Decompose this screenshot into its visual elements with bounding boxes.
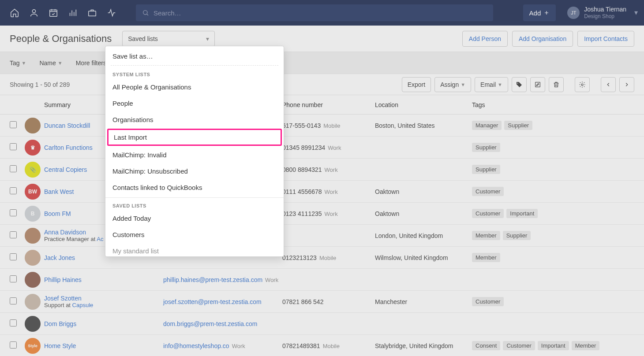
phone-number: 0111 4556678 <box>282 188 322 195</box>
row-checkbox[interactable] <box>10 187 17 194</box>
email-button[interactable]: Email▼ <box>475 77 508 92</box>
nav-icons <box>6 4 120 21</box>
export-button[interactable]: Export <box>402 77 431 92</box>
row-checkbox[interactable] <box>10 341 17 349</box>
contact-name[interactable]: Jack Jones <box>44 254 75 261</box>
email-type: Work <box>265 277 278 283</box>
contact-name[interactable]: Phillip Haines <box>44 276 82 283</box>
tag-badge[interactable]: Customer <box>472 209 504 218</box>
search-input[interactable]: Search… <box>136 4 493 21</box>
row-checkbox[interactable] <box>10 253 17 260</box>
edit-button[interactable] <box>530 77 545 92</box>
saved-lists-select[interactable]: Saved lists ▾ <box>122 31 215 47</box>
assign-button[interactable]: Assign▼ <box>434 77 471 92</box>
user-menu[interactable]: JT Joshua Tiernan Design Shop ▾ <box>567 6 638 19</box>
dropdown-item[interactable]: My standard list <box>105 243 284 256</box>
topbar: Search… Add JT Joshua Tiernan Design Sho… <box>0 0 644 26</box>
org-link[interactable]: Ac <box>97 236 103 242</box>
tag-badge[interactable]: Supplier <box>504 121 532 130</box>
dropdown-item[interactable]: MailChimp: Unsubscribed <box>105 163 284 179</box>
caret-down-icon: ▾ <box>206 35 209 42</box>
tag-badge[interactable]: Manager <box>472 121 502 130</box>
row-checkbox[interactable] <box>10 209 17 216</box>
email-link[interactable]: dom.briggs@prem-test.zestia.com <box>163 320 257 327</box>
chart-icon[interactable] <box>64 4 81 21</box>
contact-name[interactable]: Anna Davidson <box>44 229 86 236</box>
svg-point-4 <box>517 82 518 83</box>
row-checkbox[interactable] <box>10 319 17 326</box>
org-link[interactable]: Capsule <box>72 302 94 308</box>
svg-rect-1 <box>50 10 57 17</box>
dropdown-item[interactable]: Customers <box>105 226 284 243</box>
email-link[interactable]: info@homestyleshop.co <box>163 342 229 349</box>
table-row: Duncan Stockdill617-555-0143MobileBoston… <box>0 115 644 137</box>
add-button[interactable]: Add <box>523 4 556 21</box>
row-checkbox[interactable] <box>10 297 17 304</box>
import-contacts-button[interactable]: Import Contacts <box>577 31 634 47</box>
add-person-button[interactable]: Add Person <box>462 31 508 47</box>
tag-badge[interactable]: Member <box>472 231 500 240</box>
person-icon[interactable] <box>26 4 42 21</box>
dropdown-item[interactable]: All People & Organisations <box>105 79 284 95</box>
settings-button[interactable] <box>575 77 590 92</box>
user-avatar: JT <box>567 7 580 19</box>
tag-badge[interactable]: Supplier <box>472 143 500 152</box>
save-list-as[interactable]: Save list as… <box>105 46 284 65</box>
phone-type: Mobile <box>323 343 340 349</box>
filter-tag[interactable]: Tag▼ <box>10 59 26 67</box>
home-icon[interactable] <box>6 4 23 21</box>
delete-button[interactable] <box>549 77 564 92</box>
dropdown-item[interactable]: MailChimp: Invalid <box>105 147 284 163</box>
row-checkbox[interactable] <box>10 231 17 238</box>
next-page-button[interactable] <box>619 77 634 92</box>
dropdown-item[interactable]: Organisations <box>105 111 284 128</box>
location: Oaktown <box>375 188 472 195</box>
email-link[interactable]: phillip.haines@prem-test.zestia.com <box>163 276 262 283</box>
dropdown-item[interactable]: Added Today <box>105 210 284 226</box>
phone-number: 0800 8894321 <box>282 166 322 173</box>
prev-page-button[interactable] <box>601 77 616 92</box>
phone-number: 07821 866 542 <box>282 298 323 305</box>
calendar-icon[interactable] <box>45 4 62 21</box>
tag-badge[interactable]: Consent <box>472 341 500 350</box>
tag-badge[interactable]: Important <box>538 341 569 350</box>
dropdown-item[interactable]: People <box>105 95 284 111</box>
contact-name[interactable]: Duncan Stockdill <box>44 122 90 129</box>
tag-badge[interactable]: Member <box>472 253 500 262</box>
filter-name[interactable]: Name▼ <box>39 59 62 67</box>
search-icon <box>142 9 149 16</box>
row-checkbox[interactable] <box>10 275 17 282</box>
phone-number: 0123213123 <box>282 254 317 261</box>
chevron-down-icon: ▼ <box>58 60 63 66</box>
dropdown-item[interactable]: Contacts linked to QuickBooks <box>105 179 284 196</box>
briefcase-icon[interactable] <box>84 4 101 21</box>
tag-badge[interactable]: Customer <box>472 297 504 306</box>
tag-badge[interactable]: Customer <box>472 187 504 196</box>
filter-more[interactable]: More filters <box>76 59 106 67</box>
tag-badge[interactable]: Customer <box>503 341 535 350</box>
contact-name[interactable]: Boom FM <box>44 210 71 217</box>
chevron-down-icon: ▼ <box>22 60 26 66</box>
page-header: People & Organisations Saved lists ▾ Add… <box>0 26 644 52</box>
contact-name[interactable]: Home Style <box>44 342 76 349</box>
email-link[interactable]: josef.szotten@prem-test.zestia.com <box>163 298 262 305</box>
row-checkbox[interactable] <box>10 143 17 150</box>
contact-name[interactable]: Bank West <box>44 188 74 195</box>
avatar <box>25 118 41 134</box>
contact-name[interactable]: Central Copiers <box>44 166 87 173</box>
avatar <box>25 228 41 244</box>
add-organisation-button[interactable]: Add Organisation <box>512 31 573 47</box>
contact-name[interactable]: Dom Briggs <box>44 320 76 327</box>
col-tags: Tags <box>472 101 634 108</box>
row-checkbox[interactable] <box>10 165 17 172</box>
tag-badge[interactable]: Supplier <box>503 231 531 240</box>
activity-icon[interactable] <box>103 4 120 21</box>
contact-name[interactable]: Carlton Functions <box>44 144 93 151</box>
tag-badge[interactable]: Important <box>506 209 538 218</box>
dropdown-item[interactable]: Last Import <box>107 129 282 146</box>
tag-badge[interactable]: Member <box>572 341 600 350</box>
tag-badge[interactable]: Supplier <box>472 165 500 174</box>
contact-name[interactable]: Josef Szotten <box>44 295 82 302</box>
row-checkbox[interactable] <box>10 121 17 128</box>
tag-button[interactable] <box>512 77 527 92</box>
